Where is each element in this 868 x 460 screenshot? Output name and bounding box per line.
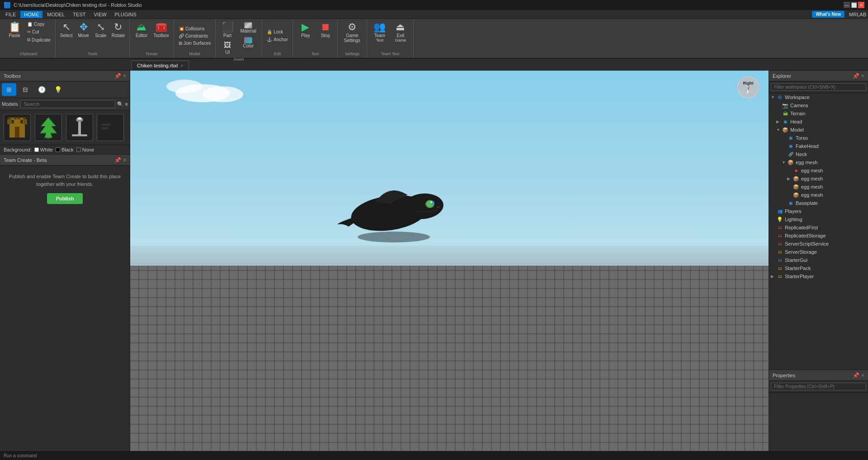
- tree-item-torso[interactable]: ▣ Torso: [769, 134, 868, 142]
- toolbox-item-lamp[interactable]: [66, 114, 93, 141]
- properties-filter-input[interactable]: [771, 383, 866, 390]
- tree-item-server-storage[interactable]: 🗂 ServerStorage: [769, 248, 868, 256]
- menu-plugins[interactable]: PLUGINS: [111, 11, 140, 18]
- close-button[interactable]: ✕: [858, 2, 864, 8]
- select-button[interactable]: ↖ Select: [58, 21, 75, 39]
- part-button[interactable]: ⬛ Part: [218, 21, 236, 39]
- game-settings-button[interactable]: ⚙ Game Settings: [340, 21, 364, 44]
- toolbox-pin-button[interactable]: 📌: [114, 73, 121, 79]
- constraints-button[interactable]: 🔗 Constraints: [177, 33, 213, 39]
- menu-model[interactable]: MODEL: [43, 11, 68, 18]
- bg-black-option[interactable]: Black: [56, 147, 74, 152]
- properties-panel: Properties 📌 ×: [769, 370, 868, 460]
- exit-game-button[interactable]: ⏏ Exit Game: [391, 21, 410, 44]
- tree-item-neck[interactable]: 🔗 Neck: [769, 150, 868, 158]
- cut-button[interactable]: ✂ Cut: [25, 28, 52, 35]
- toolbox-icon-bar: ⊞ ⊟ 🕐 💡: [0, 81, 130, 98]
- tools-buttons: ↖ Select ✥ Move ⤡ Scale ↻ Rotate: [58, 21, 127, 51]
- viewport[interactable]: Right: [130, 71, 769, 460]
- tree-item-terrain[interactable]: 🏔 Terrain: [769, 109, 868, 118]
- color-button[interactable]: Color: [237, 36, 259, 50]
- explorer-pin-button[interactable]: 📌: [853, 73, 859, 79]
- paste-button[interactable]: 📋 Paste: [5, 21, 24, 39]
- menu-home[interactable]: HOME: [20, 11, 42, 18]
- toolbox-ribbon-button[interactable]: 🧰 Toolbox: [151, 21, 170, 39]
- background-selector: Background: White Black None: [0, 145, 130, 154]
- move-button[interactable]: ✥ Move: [75, 21, 92, 39]
- eggmesh-2-label: egg mesh: [801, 176, 823, 181]
- toolbox-close-button[interactable]: ×: [123, 73, 126, 79]
- tree-item-starter-player[interactable]: ▶ 🗂 StarterPlayer: [769, 272, 868, 280]
- toolbox-inventory-button[interactable]: ⊟: [18, 83, 33, 96]
- tree-item-eggmesh-2[interactable]: ▶ 📦 egg mesh: [769, 175, 868, 183]
- explorer-filter-input[interactable]: [771, 83, 866, 91]
- lock-button[interactable]: 🔒 Lock: [265, 28, 290, 35]
- fakehead-label: FakeHead: [796, 143, 819, 149]
- tree-item-head[interactable]: ▶ ▣ Head: [769, 118, 868, 126]
- toolbox-item-tower[interactable]: [4, 114, 31, 141]
- toolbox-filter-icon[interactable]: ≡: [125, 101, 128, 107]
- tree-item-starter-pack[interactable]: 🗂 StarterPack: [769, 264, 868, 272]
- tree-item-eggmesh-3[interactable]: 📦 egg mesh: [769, 183, 868, 191]
- bg-white-option[interactable]: White: [34, 147, 53, 152]
- properties-close-button[interactable]: ×: [861, 372, 864, 379]
- head-icon: ▣: [782, 118, 789, 125]
- bg-none-option[interactable]: None: [76, 147, 94, 152]
- scale-button[interactable]: ⤡ Scale: [93, 21, 109, 39]
- ui-button[interactable]: 🖼 UI: [218, 40, 236, 56]
- toolbox-item-tree[interactable]: [35, 114, 62, 141]
- team-create-pin-button[interactable]: 📌: [114, 157, 121, 163]
- tree-item-replicated-first[interactable]: 🗂 ReplicatedFirst: [769, 223, 868, 232]
- stop-button[interactable]: ⏹ Stop: [316, 21, 335, 39]
- svg-point-28: [437, 206, 439, 208]
- maximize-button[interactable]: ⬜: [851, 2, 857, 8]
- material-button[interactable]: Material: [237, 21, 259, 35]
- tree-item-players[interactable]: 👥 Players: [769, 207, 868, 215]
- tree-item-server-script-service[interactable]: 🗂 ServerScriptService: [769, 240, 868, 248]
- play-button[interactable]: ▶ Play: [296, 21, 316, 39]
- join-surfaces-button[interactable]: ⊞ Join Surfaces: [177, 40, 213, 47]
- copy-button[interactable]: 📋 Copy: [25, 21, 52, 28]
- toolbox-lights-button[interactable]: 💡: [51, 83, 65, 96]
- toolbox-models-button[interactable]: ⊞: [2, 83, 16, 96]
- replicatedstorage-label: ReplicatedStorage: [785, 233, 826, 238]
- ribbon-edit-group: 🔒 Lock ⚓ Anchor Edit: [262, 19, 293, 58]
- tree-item-starter-gui[interactable]: 🗂 StarterGui: [769, 256, 868, 264]
- tree-item-lighting[interactable]: 💡 Lighting: [769, 215, 868, 223]
- menu-file[interactable]: FILE: [2, 11, 19, 18]
- anchor-button[interactable]: ⚓ Anchor: [265, 36, 290, 43]
- properties-pin-button[interactable]: 📌: [853, 372, 859, 379]
- dragon-svg: [335, 170, 462, 242]
- tree-item-camera[interactable]: 📷 Camera: [769, 101, 868, 109]
- tree-item-replicated-storage[interactable]: 🗂 ReplicatedStorage: [769, 232, 868, 240]
- explorer-close-button[interactable]: ×: [861, 73, 864, 79]
- rotate-button[interactable]: ↻ Rotate: [110, 21, 127, 39]
- duplicate-button[interactable]: ⧉ Duplicate: [25, 36, 52, 43]
- team-test-label: Team: [374, 33, 385, 38]
- editor-tab-active[interactable]: Chiken testing.rbxl ×: [131, 61, 189, 70]
- tree-item-workspace[interactable]: ▼ ⚙ Workspace: [769, 93, 868, 101]
- tree-item-fakehead[interactable]: ▣ FakeHead: [769, 142, 868, 150]
- whats-new-button[interactable]: What's New: [812, 11, 844, 18]
- toolbox-recent-button[interactable]: 🕐: [34, 83, 49, 96]
- tree-item-model[interactable]: ▼ 📦 Model: [769, 126, 868, 134]
- publish-button[interactable]: Publish: [47, 193, 83, 204]
- tree-item-eggmesh-parent[interactable]: ▼ 📦 egg mesh: [769, 158, 868, 166]
- toolbox-search-input[interactable]: [20, 100, 115, 108]
- tab-close-button[interactable]: ×: [181, 63, 184, 68]
- baseplate-icon: ▣: [787, 199, 794, 207]
- toolbox-item-dark[interactable]: [97, 114, 124, 141]
- menu-test[interactable]: TEST: [69, 11, 89, 18]
- explorer-title: Explorer: [773, 73, 791, 79]
- collisions-button[interactable]: 💥 Collisions: [177, 25, 213, 32]
- tree-item-baseplate[interactable]: ▣ Baseplate: [769, 199, 868, 207]
- tree-item-eggmesh-1[interactable]: ● egg mesh: [769, 166, 868, 175]
- menu-view[interactable]: VIEW: [90, 11, 110, 18]
- minimize-button[interactable]: —: [844, 2, 850, 8]
- terrain-editor-button[interactable]: ⛰ Editor: [132, 21, 151, 39]
- team-test-button[interactable]: 👥 Team Test: [370, 21, 390, 44]
- tree-item-eggmesh-4[interactable]: 📦 egg mesh: [769, 191, 868, 199]
- team-create-close-button[interactable]: ×: [123, 157, 126, 163]
- exit-game-label: Exit: [397, 33, 405, 38]
- rotate-label: Rotate: [112, 33, 125, 38]
